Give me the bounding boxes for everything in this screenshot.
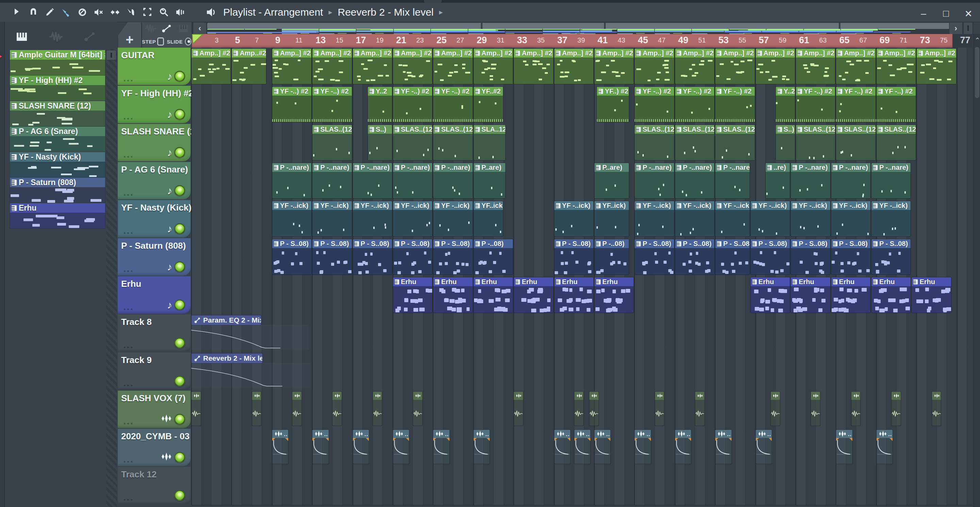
pattern-clip[interactable]: YF -..ick) bbox=[750, 201, 790, 237]
pattern-clip[interactable]: SLAS..(12) bbox=[634, 124, 674, 161]
pattern-clip[interactable]: YF -..ick) bbox=[353, 201, 392, 237]
instrument-note-icon[interactable]: ♪ bbox=[167, 147, 172, 159]
pattern-clip[interactable]: Amp..] #2 bbox=[795, 48, 835, 84]
pattern-clip[interactable]: Erhu bbox=[473, 277, 513, 313]
pattern-clip[interactable]: P -..nare) bbox=[791, 163, 830, 199]
pattern-clip[interactable]: P - S..08) bbox=[791, 239, 830, 275]
pattern-clip[interactable]: Erhu bbox=[594, 277, 634, 313]
pattern-clip[interactable]: P -..nare) bbox=[272, 163, 312, 199]
pattern-clip[interactable]: Amp..] #2 bbox=[756, 48, 795, 84]
pattern-clip[interactable]: YF..) #2 bbox=[597, 86, 629, 122]
picker-item[interactable]: Erhu bbox=[10, 203, 105, 229]
instrument-note-icon[interactable]: ♪ bbox=[167, 185, 172, 197]
track-lane[interactable]: .............................. bbox=[191, 429, 972, 467]
audio-clip[interactable]: .. bbox=[876, 429, 893, 464]
track-menu-dots[interactable]: ... bbox=[123, 224, 134, 236]
add-track-button[interactable]: + bbox=[118, 22, 142, 48]
scroll-up-icon[interactable]: ⌃ bbox=[975, 36, 980, 44]
audio-wave-icon[interactable] bbox=[161, 414, 172, 425]
track-lane[interactable]: P - S..08)P - S..08)P - S..08)P - S..08)… bbox=[191, 238, 972, 277]
audio-clip[interactable] bbox=[589, 391, 599, 426]
pattern-clip[interactable]: YF -..ick) bbox=[715, 201, 750, 237]
pattern-clip[interactable]: YF -..ick) bbox=[554, 201, 594, 237]
audio-clip[interactable] bbox=[252, 391, 262, 426]
track-lane[interactable]: P -..nare)P -..nare)P -..nare)P -..nare)… bbox=[191, 162, 972, 201]
pattern-clip[interactable]: P..are) bbox=[594, 163, 629, 199]
pattern-clip[interactable]: YF -..) #2 bbox=[836, 86, 875, 122]
pattern-clip[interactable]: S..) bbox=[368, 124, 392, 161]
pattern-clip[interactable]: Amp..] #2 bbox=[675, 48, 714, 84]
pattern-clip[interactable]: P -..nare) bbox=[393, 163, 433, 199]
track-lane[interactable]: Reeverb 2 - Mix level bbox=[191, 353, 972, 391]
minimap-scroll-thumb[interactable] bbox=[207, 23, 953, 29]
pattern-clip[interactable]: P -..08) bbox=[594, 239, 629, 275]
track-menu-dots[interactable]: ... bbox=[123, 263, 134, 274]
pattern-clip[interactable]: YF -..ick) bbox=[312, 201, 352, 237]
pattern-clip[interactable]: SLAS..(12) bbox=[312, 124, 352, 161]
select-icon[interactable] bbox=[140, 5, 155, 20]
track-lane[interactable]: Amp..] #2Amp..#2Amp..] #2Amp..] #2Amp..]… bbox=[191, 48, 972, 86]
track-menu-dots[interactable]: ... bbox=[123, 453, 134, 465]
picker-tab-audio[interactable] bbox=[48, 30, 64, 45]
picker-item[interactable]: P - Saturn (808) bbox=[10, 178, 105, 203]
instrument-note-icon[interactable]: ♪ bbox=[167, 223, 172, 235]
pattern-clip[interactable]: Erhu bbox=[393, 277, 433, 313]
pattern-clip[interactable]: YF -..ick) bbox=[831, 201, 871, 237]
breadcrumb[interactable]: Playlist - Arrangement ▸ Reeverb 2 - Mix… bbox=[205, 6, 448, 18]
track-menu-dots[interactable]: ... bbox=[123, 148, 134, 160]
pattern-clip[interactable]: P -..nare) bbox=[634, 163, 674, 199]
scroll-left-button[interactable]: ‹ bbox=[193, 22, 207, 34]
pattern-clip[interactable]: Erhu bbox=[911, 277, 951, 313]
audio-clip[interactable] bbox=[770, 391, 780, 426]
pattern-clip[interactable]: Amp..] #2 bbox=[393, 48, 433, 84]
minimize-button[interactable]: – bbox=[917, 8, 930, 20]
pattern-clip[interactable]: Amp..] #2 bbox=[876, 48, 916, 84]
audio-clip[interactable]: .. bbox=[574, 429, 591, 464]
track-header[interactable]: 2020_CYMB - 03... bbox=[118, 429, 191, 466]
track-lane[interactable]: Param. EQ 2 - Mix level bbox=[191, 315, 972, 353]
pattern-clip[interactable]: Amp..] #2 bbox=[634, 48, 674, 84]
track-enable-led[interactable] bbox=[174, 71, 185, 82]
track-enable-led[interactable] bbox=[174, 337, 185, 348]
track-header[interactable]: YF - Nasty (Kick)...♪ bbox=[118, 200, 191, 237]
pattern-clip[interactable]: P -..08) bbox=[473, 239, 513, 275]
pattern-clip[interactable]: P -..nare) bbox=[871, 163, 911, 199]
audio-clip[interactable]: .. bbox=[756, 429, 772, 464]
picker-tab-automation[interactable] bbox=[82, 30, 98, 45]
pattern-clip[interactable]: YF -..) #2 bbox=[433, 86, 473, 122]
audio-clip[interactable]: .. bbox=[473, 429, 490, 464]
pattern-clip[interactable]: Erhu bbox=[871, 277, 911, 313]
pattern-clip[interactable]: P -..nare) bbox=[831, 163, 871, 199]
pattern-clip[interactable]: Amp..] #2 bbox=[191, 48, 231, 84]
instrument-note-icon[interactable]: ♪ bbox=[167, 299, 172, 311]
pattern-clip[interactable]: Y..2 bbox=[775, 86, 795, 122]
pattern-clip[interactable]: Amp..] #2 bbox=[836, 48, 875, 84]
audio-clip[interactable]: .. bbox=[312, 429, 329, 464]
track-lane[interactable]: ErhuErhuErhuErhuErhuErhuErhuErhuErhuErhu… bbox=[191, 276, 972, 315]
pattern-clip[interactable]: SLA..12) bbox=[473, 124, 506, 161]
waveform-icon[interactable] bbox=[143, 23, 157, 36]
track-header[interactable]: SLASH VOX (7)... bbox=[118, 391, 191, 428]
audio-clip[interactable] bbox=[932, 391, 942, 426]
playback-icon[interactable] bbox=[173, 5, 188, 20]
track-enable-led[interactable] bbox=[174, 490, 185, 501]
pattern-clip[interactable]: P - S..08) bbox=[353, 239, 392, 275]
track-menu-dots[interactable]: ... bbox=[123, 301, 134, 312]
pattern-clip[interactable]: P -..nare) bbox=[433, 163, 473, 199]
audio-clip[interactable] bbox=[413, 391, 423, 426]
track-lane[interactable] bbox=[191, 467, 972, 505]
audio-clip[interactable] bbox=[574, 391, 584, 426]
pattern-clip[interactable]: S..) bbox=[775, 124, 795, 161]
audio-clip[interactable] bbox=[292, 391, 302, 426]
vertical-scroll-thumb[interactable] bbox=[975, 47, 979, 98]
track-menu-dots[interactable]: ... bbox=[123, 110, 134, 122]
breadcrumb-part2[interactable]: Reeverb 2 - Mix level bbox=[338, 6, 434, 18]
track-menu-dots[interactable]: ... bbox=[123, 491, 134, 503]
instrument-note-icon[interactable]: ♪ bbox=[167, 71, 172, 83]
loop-selection[interactable] bbox=[192, 34, 953, 48]
picker-tab-patterns[interactable] bbox=[14, 30, 30, 45]
menu-arrow-icon[interactable] bbox=[10, 5, 24, 20]
pattern-clip[interactable]: Erhu bbox=[831, 277, 871, 313]
audio-clip[interactable] bbox=[332, 391, 342, 426]
pattern-clip[interactable]: YF -..ick) bbox=[791, 201, 830, 237]
